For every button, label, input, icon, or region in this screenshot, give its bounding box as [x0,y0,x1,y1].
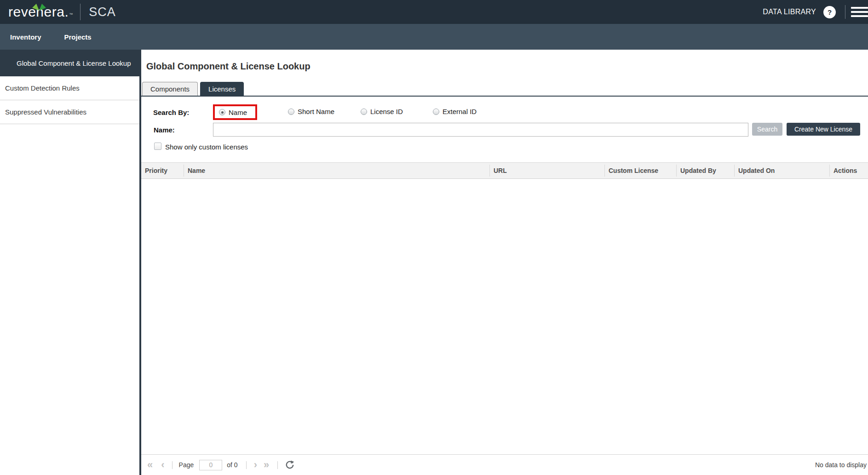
name-search-input[interactable] [213,123,748,137]
pagination-separator [172,461,172,469]
radio-license-id-icon[interactable] [361,109,367,115]
main-panel: Global Component & License Lookup Compon… [139,50,868,475]
table-body-empty [141,179,868,454]
prev-page-icon[interactable]: ‹ [161,460,164,470]
column-header-actions[interactable]: Actions [830,165,868,177]
radio-option-name[interactable]: Name [219,109,247,116]
app-header: revenera. ™ SCA DATA LIBRARY ? [0,0,868,24]
sidebar-item-suppressed-vulnerabilities[interactable]: Suppressed Vulnerabilities [0,100,139,124]
hamburger-menu-icon[interactable] [851,7,868,17]
page-number-input[interactable] [199,460,222,470]
highlight-box: Name [213,104,257,120]
search-button[interactable]: Search [752,123,782,136]
radio-short-name-icon[interactable] [288,109,294,115]
show-custom-licenses-checkbox[interactable] [154,143,161,150]
column-header-url[interactable]: URL [490,165,605,177]
sidebar-item-custom-detection-rules[interactable]: Custom Detection Rules [0,76,139,100]
main-nav: Inventory Projects [0,24,868,50]
column-header-priority[interactable]: Priority [141,165,184,177]
next-page-icon[interactable]: › [254,460,257,470]
help-glyph: ? [828,8,832,16]
help-icon[interactable]: ? [823,6,836,18]
logo-trademark: ™ [69,12,73,17]
radio-license-id-label: License ID [370,108,403,115]
column-header-custom-license[interactable]: Custom License [605,165,677,177]
radio-name-label: Name [229,109,247,116]
pagination-separator [277,461,278,469]
column-header-name[interactable]: Name [184,165,490,177]
product-name: SCA [89,5,116,19]
sidebar: Global Component & License Lookup Custom… [0,50,139,475]
tab-components[interactable]: Components [142,82,198,96]
radio-option-short-name[interactable]: Short Name [288,108,334,115]
no-data-message: No data to display [815,461,867,469]
column-header-updated-by[interactable]: Updated By [677,165,735,177]
create-new-license-button[interactable]: Create New License [787,123,860,136]
table-header: Priority Name URL Custom License Updated… [141,162,868,179]
page-count-label: of 0 [227,461,237,469]
search-by-label: Search By: [153,109,189,116]
radio-option-license-id[interactable]: License ID [361,108,403,115]
logo-leaf-icon [31,4,47,11]
column-header-updated-on[interactable]: Updated On [735,165,830,177]
nav-item-inventory[interactable]: Inventory [10,33,41,41]
nav-item-projects[interactable]: Projects [64,33,92,41]
name-field-label: Name: [154,126,175,134]
page-title: Global Component & License Lookup [146,61,868,72]
page-label: Page [179,461,194,469]
tab-licenses[interactable]: Licenses [200,82,244,96]
show-custom-licenses-label: Show only custom licenses [165,143,248,151]
sidebar-item-global-lookup[interactable]: Global Component & License Lookup [0,50,139,76]
pagination-bar: « ‹ Page of 0 › » No data to display [141,454,868,475]
radio-external-id-label: External ID [443,108,477,115]
tab-bar: Components Licenses [141,82,868,97]
radio-external-id-icon[interactable] [433,109,439,115]
header-divider-2 [845,5,845,19]
search-panel: Search By: Name Short Name License ID Ex… [141,97,868,162]
radio-short-name-label: Short Name [298,108,334,115]
header-divider [80,4,80,20]
refresh-icon[interactable] [285,460,294,469]
radio-option-external-id[interactable]: External ID [433,108,477,115]
last-page-icon[interactable]: » [264,460,269,470]
pagination-separator [246,461,247,469]
revenera-logo: revenera. ™ [8,4,73,20]
data-library-link[interactable]: DATA LIBRARY [763,8,816,16]
first-page-icon[interactable]: « [147,460,153,470]
radio-name-selected-icon[interactable] [219,109,225,115]
